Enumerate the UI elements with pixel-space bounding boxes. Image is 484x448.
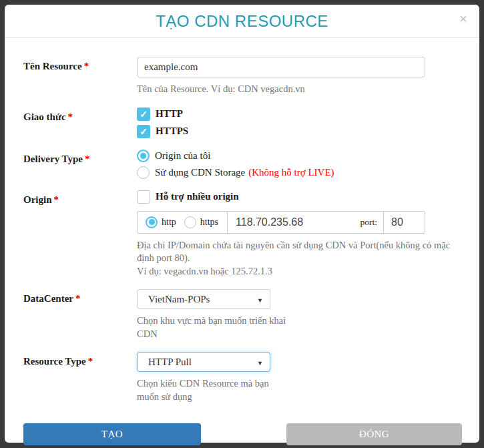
required-asterisk: * — [75, 293, 81, 304]
delivery-option-my-origin[interactable]: Origin của tôi — [137, 150, 461, 162]
my-origin-radio-label: Origin của tôi — [155, 150, 210, 162]
multi-origin-checkbox-label: Hỗ trợ nhiều origin — [156, 191, 239, 202]
dropdown-arrow-icon — [257, 356, 263, 368]
resource-type-help-line2: muốn sử dụng — [137, 391, 344, 404]
resource-type-select[interactable]: HTTP Pull — [137, 352, 270, 372]
datacenter-label: DataCenter* — [23, 289, 137, 341]
origin-help-line2: Ví dụ: vegacdn.vn hoặc 125.72.1.3 — [137, 265, 461, 278]
https-scheme-radio[interactable] — [184, 216, 196, 228]
datacenter-select[interactable]: VietNam-POPs — [137, 289, 270, 309]
protocol-option-http[interactable]: HTTP — [137, 107, 461, 121]
dropdown-arrow-icon — [257, 293, 263, 305]
required-asterisk: * — [84, 61, 89, 71]
origin-input-group: http https port: — [137, 211, 425, 234]
datacenter-help: Chọn khu vực mà bạn muốn triển khai CDN — [137, 314, 344, 341]
datacenter-selected-value: VietNam-POPs — [148, 294, 210, 305]
multi-origin-option[interactable]: Hỗ trợ nhiều origin — [137, 190, 461, 204]
datacenter-help-line2: CDN — [137, 328, 344, 341]
cdn-storage-warning: (Không hỗ trợ LIVE) — [248, 167, 334, 178]
resource-type-help-line1: Chọn kiểu CDN Resource mà bạn — [137, 377, 344, 391]
dialog-title: TẠO CDN RESOURCE — [15, 12, 469, 31]
datacenter-row: DataCenter* VietNam-POPs Chọn khu vực mà… — [23, 289, 461, 341]
create-button[interactable]: TẠO — [23, 423, 201, 445]
resource-type-row: Resource Type* HTTP Pull Chọn kiểu CDN R… — [23, 352, 461, 403]
resource-type-label: Resource Type* — [23, 352, 137, 403]
delivery-type-label: Delivery Type* — [23, 150, 137, 179]
origin-address-input[interactable] — [228, 212, 360, 233]
delivery-type-row: Delivery Type* Origin của tôi Sử dụng CD… — [23, 150, 461, 179]
create-cdn-resource-dialog: TẠO CDN RESOURCE × Tên Resource* Tên của… — [5, 5, 479, 443]
port-label: port: — [360, 217, 384, 228]
resource-type-help: Chọn kiểu CDN Resource mà bạn muốn sử dụ… — [137, 377, 344, 403]
protocol-option-https[interactable]: HTTPS — [137, 125, 461, 138]
resource-name-input[interactable] — [137, 57, 425, 77]
protocol-row: Giao thức* HTTP HTTPS — [23, 107, 461, 138]
origin-help-line1: Địa chỉ IP/Domain chứa tài nguyên cần sử… — [137, 239, 461, 265]
http-scheme-radio[interactable] — [146, 216, 158, 228]
origin-row: Origin* Hỗ trợ nhiều origin http https p… — [23, 190, 461, 278]
origin-scheme-addon: http https — [138, 212, 228, 233]
https-scheme-label: https — [200, 217, 218, 228]
cdn-storage-radio-label: Sử dụng CDN Storage — [155, 167, 245, 178]
resource-type-selected-value: HTTP Pull — [148, 357, 192, 368]
resource-name-label: Tên Resource* — [23, 57, 137, 96]
required-asterisk: * — [88, 356, 93, 367]
dialog-footer: TẠO ĐÓNG — [5, 415, 479, 445]
close-icon[interactable]: × — [459, 11, 467, 25]
close-button[interactable]: ĐÓNG — [286, 423, 462, 445]
my-origin-radio[interactable] — [137, 150, 150, 162]
datacenter-help-line1: Chọn khu vực mà bạn muốn triển khai — [137, 314, 344, 328]
http-checkbox-label: HTTP — [156, 108, 183, 120]
cdn-storage-radio[interactable] — [137, 166, 150, 179]
dialog-header: TẠO CDN RESOURCE × — [5, 5, 479, 38]
origin-port-input[interactable] — [383, 212, 425, 233]
origin-label: Origin* — [23, 190, 137, 278]
multi-origin-checkbox[interactable] — [137, 190, 150, 204]
resource-name-row: Tên Resource* Tên của Resource. Ví dụ: C… — [23, 57, 461, 96]
https-checkbox[interactable] — [137, 125, 150, 138]
https-checkbox-label: HTTPS — [156, 126, 188, 137]
required-asterisk: * — [68, 111, 73, 122]
dialog-body: Tên Resource* Tên của Resource. Ví dụ: C… — [5, 38, 479, 404]
required-asterisk: * — [85, 154, 90, 164]
delivery-option-cdn-storage[interactable]: Sử dụng CDN Storage (Không hỗ trợ LIVE) — [137, 166, 461, 179]
required-asterisk: * — [54, 194, 59, 205]
protocol-label: Giao thức* — [23, 107, 137, 138]
origin-help: Địa chỉ IP/Domain chứa tài nguyên cần sử… — [137, 239, 461, 278]
http-scheme-label: http — [162, 217, 176, 228]
http-checkbox[interactable] — [137, 107, 150, 121]
resource-name-help: Tên của Resource. Ví dụ: CDN vegacdn.vn — [137, 83, 461, 96]
